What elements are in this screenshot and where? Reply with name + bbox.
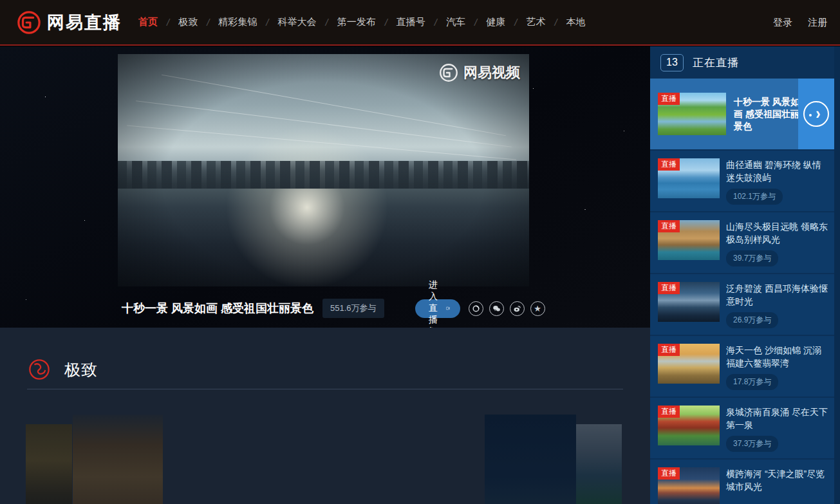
- nav-separator: /: [266, 17, 268, 28]
- enter-liveroom-button[interactable]: 进入直播间: [415, 299, 460, 318]
- views-badge: 551.6万参与: [322, 299, 384, 318]
- yixin-icon[interactable]: [469, 301, 483, 316]
- carousel-slide-hill-town[interactable]: [73, 415, 163, 504]
- slide-dim-overlay: [485, 415, 576, 504]
- nav-item-highlights[interactable]: 精彩集锦: [218, 12, 257, 32]
- live-thumbnail: 直播: [658, 467, 720, 504]
- watermark-text: 网易视频: [463, 63, 520, 82]
- live-list-item[interactable]: 直播 泉城济南百泉涌 尽在天下第一泉 37.3万参与: [650, 397, 840, 458]
- brand-name: 网易直播: [47, 11, 122, 34]
- slide-dim-overlay: [576, 424, 622, 504]
- live-title: 十秒一景 风景如画 感受祖国壮丽景色: [122, 301, 313, 316]
- carousel-slide-coast-village[interactable]: [576, 424, 622, 504]
- top-navigation-bar: 网易直播 首页 / 极致 / 精彩集锦 / 科举大会 / 第一发布 / 直播号 …: [0, 0, 840, 46]
- netease-live-logo-icon: [17, 10, 41, 35]
- weibo-icon[interactable]: [510, 301, 525, 316]
- live-video-player[interactable]: 网易视频: [118, 54, 529, 286]
- live-list-item-active[interactable]: 直播 十秒一景 风景如画 感受祖国壮丽景色 ›: [650, 79, 840, 149]
- nav-item-live-account[interactable]: 直播号: [397, 12, 425, 32]
- site-logo[interactable]: 网易直播: [17, 10, 122, 35]
- nav-separator: /: [207, 17, 209, 28]
- arrow-dot: [809, 114, 812, 117]
- views-count: 39.7万参与: [726, 250, 778, 266]
- qzone-star-icon[interactable]: ★: [530, 301, 545, 316]
- live-badge: 直播: [658, 220, 680, 232]
- live-badge: 直播: [658, 93, 680, 105]
- live-badge: 直播: [658, 282, 680, 294]
- slide-dim-overlay: [26, 424, 72, 504]
- live-list-item[interactable]: 直播 泛舟碧波 西昌邛海体验惬意时光 26.9万参与: [650, 273, 840, 335]
- live-list-sidebar: 13 正在直播 直播 十秒一景 风景如画 感受祖国壮丽景色 › 直播 曲径通幽 …: [650, 46, 840, 504]
- nav-item-local[interactable]: 本地: [566, 12, 586, 32]
- views-count: 26.9万参与: [726, 312, 778, 328]
- live-badge: 直播: [658, 344, 680, 356]
- live-count-badge: 13: [660, 54, 684, 71]
- live-item-title: 十秒一景 风景如画 感受祖国壮丽景色: [734, 96, 801, 133]
- jizhi-section: 极致: [0, 328, 650, 504]
- live-header-label: 正在直播: [693, 55, 739, 70]
- live-item-title: 泛舟碧波 西昌邛海体验惬意时光: [726, 282, 828, 308]
- main-navigation: 首页 / 极致 / 精彩集锦 / 科举大会 / 第一发布 / 直播号 / 汽车 …: [138, 12, 586, 32]
- auth-links: 登录 注册: [773, 0, 827, 46]
- section-header: 极致: [28, 359, 98, 380]
- camera-icon: [446, 304, 450, 312]
- nav-item-first-release[interactable]: 第一发布: [337, 12, 376, 32]
- live-thumbnail: 直播: [658, 93, 726, 135]
- live-item-title: 曲径通幽 碧海环绕 纵情迷失鼓浪屿: [726, 158, 828, 184]
- live-list-item[interactable]: 直播 横跨海河 “天津之眼”尽览城市风光: [650, 458, 840, 504]
- live-badge: 直播: [658, 158, 680, 171]
- live-item-title: 泉城济南百泉涌 尽在天下第一泉: [726, 406, 828, 431]
- live-item-title: 横跨海河 “天津之眼”尽览城市风光: [726, 467, 828, 493]
- wechat-icon[interactable]: [489, 301, 504, 316]
- star-glyph: ★: [534, 304, 541, 313]
- share-icons: ★: [469, 301, 545, 316]
- nav-item-jizhi[interactable]: 极致: [178, 12, 198, 32]
- live-list-item[interactable]: 直播 山海尽头极目远眺 领略东极岛别样风光 39.7万参与: [650, 211, 840, 273]
- live-list-item[interactable]: 直播 曲径通幽 碧海环绕 纵情迷失鼓浪屿 102.1万参与: [650, 149, 840, 211]
- enter-arrow-strip[interactable]: ›: [798, 79, 834, 149]
- nav-separator: /: [554, 17, 557, 28]
- chevron-right-icon: ›: [816, 106, 820, 122]
- arrow-right-icon: ›: [803, 101, 829, 127]
- views-count: 37.3万参与: [726, 436, 778, 452]
- nav-separator: /: [514, 17, 517, 28]
- netease-video-logo-icon: [439, 63, 458, 82]
- live-list-header: 13 正在直播: [650, 46, 840, 79]
- live-list-item[interactable]: 直播 海天一色 沙细如锦 沉溺福建六鳌翡翠湾 17.8万参与: [650, 335, 840, 397]
- nav-separator: /: [385, 17, 387, 28]
- register-link[interactable]: 注册: [808, 17, 827, 29]
- nav-item-art[interactable]: 艺术: [526, 12, 545, 32]
- views-count: 102.1万参与: [726, 189, 783, 205]
- carousel-slide-mountains[interactable]: [485, 415, 576, 504]
- nav-item-home[interactable]: 首页: [138, 12, 158, 32]
- live-badge: 直播: [658, 406, 680, 418]
- live-item-title: 海天一色 沙细如锦 沉溺福建六鳌翡翠湾: [726, 344, 828, 369]
- live-thumbnail: 直播: [658, 220, 720, 260]
- live-thumbnail: 直播: [658, 282, 720, 322]
- hero-section: 网易视频 十秒一景 风景如画 感受祖国壮丽景色 551.6万参与 进入直播间 ★: [0, 46, 650, 328]
- hero-info-bar: 十秒一景 风景如画 感受祖国壮丽景色 551.6万参与 进入直播间 ★: [118, 293, 529, 324]
- login-link[interactable]: 登录: [773, 17, 792, 29]
- carousel-slide-active-sky[interactable]: [164, 407, 483, 504]
- live-thumbnail: 直播: [658, 158, 720, 198]
- globe-icon: [28, 359, 50, 380]
- nav-separator: /: [167, 17, 169, 28]
- video-watermark: 网易视频: [439, 63, 520, 82]
- nav-separator: /: [434, 17, 437, 28]
- live-thumbnail: 直播: [658, 406, 720, 445]
- nav-separator: /: [474, 17, 477, 28]
- slide-dim-overlay: [73, 415, 163, 504]
- nav-item-health[interactable]: 健康: [486, 12, 505, 32]
- live-item-title: 山海尽头极目远眺 领略东极岛别样风光: [726, 220, 828, 246]
- views-count: 17.8万参与: [726, 374, 778, 390]
- video-vignette: [118, 54, 529, 286]
- nav-separator: /: [326, 17, 328, 28]
- nav-item-auto[interactable]: 汽车: [446, 12, 465, 32]
- carousel-slide-beach[interactable]: [26, 424, 72, 504]
- live-thumbnail: 直播: [658, 344, 720, 384]
- section-divider: [27, 389, 623, 389]
- live-badge: 直播: [658, 467, 680, 480]
- sidebar-right-rail: [834, 46, 840, 504]
- section-title: 极致: [64, 359, 98, 380]
- nav-item-keju[interactable]: 科举大会: [278, 12, 317, 32]
